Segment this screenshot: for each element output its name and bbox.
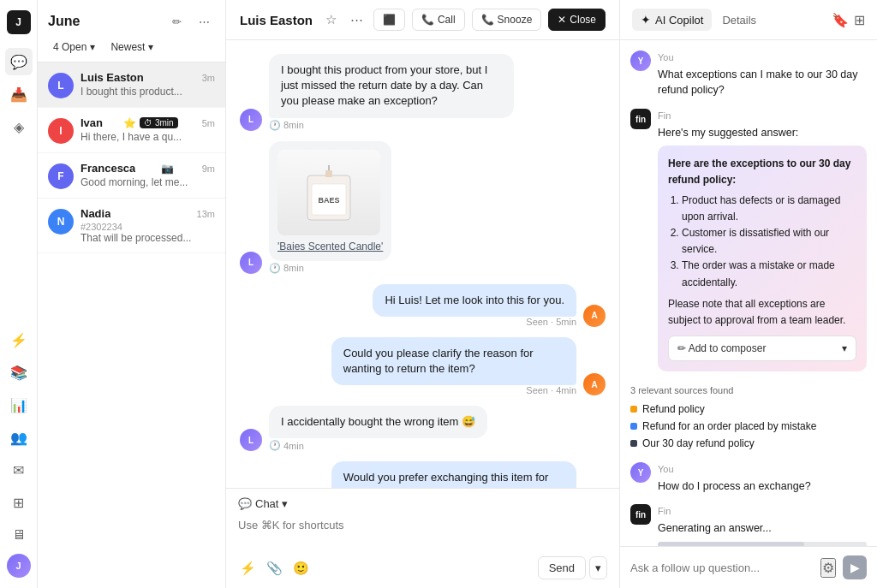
layout-icon[interactable]: ⊞: [854, 12, 865, 28]
sidebar-item-grid[interactable]: ⊞: [5, 489, 33, 516]
response-item: The order was a mistake or made accident…: [682, 258, 856, 290]
star-button[interactable]: ☆: [322, 9, 340, 31]
chevron-down-icon: ▾: [148, 41, 153, 53]
more-button[interactable]: ⋯: [347, 9, 367, 31]
source-dot-icon: [630, 406, 637, 413]
star-icon: ⭐: [123, 117, 136, 129]
fin-generating: Generating an answer...: [658, 520, 867, 537]
snooze-button[interactable]: 📞 Snooze: [472, 9, 542, 31]
message-input[interactable]: [238, 517, 607, 548]
screen-share-icon: ⬛: [383, 14, 396, 26]
svg-rect-3: [325, 170, 332, 177]
close-icon: ✕: [558, 14, 566, 26]
conversation-item-ivan[interactable]: I Ivan ⭐ ⏱ 3min 5m Hi there, I have a qu…: [38, 108, 225, 153]
sidebar-item-chat[interactable]: 💬: [5, 48, 33, 75]
message-item-out3: Would you prefer exchanging this item fo…: [331, 461, 606, 488]
ai-message-you1: Y You What exceptions can I make to our …: [630, 50, 867, 98]
sort-filter[interactable]: Newest ▾: [105, 39, 158, 55]
message-time: 🕐 8min: [269, 263, 391, 274]
avatar: N: [48, 209, 74, 235]
sidebar-item-chart[interactable]: 📊: [5, 391, 33, 419]
chat-header: Luis Easton ☆ ⋯ ⬛ 📞 Call 📞 Snooze ✕ Clos…: [226, 0, 619, 40]
convo-time: 9m: [202, 163, 215, 174]
message-avatar: L: [240, 252, 262, 274]
conversation-item-luis[interactable]: L Luis Easton 3m I bought this product..…: [38, 62, 225, 108]
you-avatar: Y: [630, 462, 651, 483]
ai-panel-tabs: ✦ AI Copilot Details: [632, 9, 765, 31]
avatar: I: [48, 118, 74, 144]
emoji-icon[interactable]: 🙂: [291, 559, 311, 578]
source-text: Refund policy: [642, 403, 705, 415]
source-dot-icon: [630, 440, 637, 447]
convo-id: #2302234: [81, 222, 215, 232]
send-button[interactable]: Send: [538, 556, 586, 579]
message-item-image: L BAES 'Baies Scented Candle': [240, 141, 514, 274]
chat-type-selector[interactable]: 💬 Chat ▾: [238, 497, 288, 510]
sidebar-item-mail[interactable]: ✉: [5, 456, 33, 484]
ai-send-button[interactable]: ▶: [843, 555, 867, 579]
product-link[interactable]: 'Baies Scented Candle': [277, 241, 383, 252]
sidebar-item-lightning[interactable]: ⚡: [5, 326, 33, 353]
compose-icon[interactable]: ✏: [165, 10, 188, 33]
response-item: Customer is dissatisfied with our servic…: [682, 225, 856, 258]
agent-avatar: A: [583, 373, 606, 395]
you-label: You: [658, 462, 867, 477]
ai-follow-input[interactable]: [630, 561, 814, 574]
sidebar-item-inbox[interactable]: 📥: [5, 80, 33, 108]
message-bubble-out: Would you prefer exchanging this item fo…: [331, 461, 576, 488]
ai-message-you2: Y You How do I process an exchange?: [630, 462, 867, 494]
attachment-icon[interactable]: 📎: [265, 559, 284, 578]
sidebar-item-nav[interactable]: ◈: [5, 113, 33, 140]
conversation-item-francesca[interactable]: F Francesca 📷 9m Good morning, let me...: [38, 153, 225, 199]
sidebar-item-monitor[interactable]: 🖥: [5, 521, 33, 549]
response-item: Product has defects or is damaged upon a…: [682, 193, 856, 225]
sidebar-item-book[interactable]: 📚: [5, 359, 33, 386]
convo-time: 3m: [202, 73, 215, 83]
screen-share-button[interactable]: ⬛: [373, 9, 405, 31]
conversation-list: L Luis Easton 3m I bought this product..…: [38, 62, 225, 588]
user-avatar[interactable]: J: [7, 554, 31, 578]
message-avatar: L: [240, 429, 262, 451]
tab-details[interactable]: Details: [713, 9, 765, 31]
fin-avatar: fin: [630, 109, 651, 129]
sparkle-icon: ✦: [641, 13, 651, 27]
tab-details-label: Details: [722, 14, 756, 27]
app-title: June: [48, 14, 80, 29]
source-item[interactable]: Our 30 day refund policy: [630, 435, 867, 452]
chat-messages: L I bought this product from your store,…: [226, 40, 619, 488]
add-to-composer-button[interactable]: ✏ Add to composer ▾: [668, 336, 856, 361]
response-list: Product has defects or is damaged upon a…: [682, 193, 856, 291]
convo-preview: I bought this product...: [81, 86, 215, 98]
tab-ai-copilot[interactable]: ✦ AI Copilot: [632, 9, 712, 31]
contact-name: Luis Easton: [81, 71, 144, 84]
chevron-down-icon: ▾: [842, 342, 847, 354]
chat-contact-name: Luis Easton: [240, 13, 313, 27]
conversation-item-nadia[interactable]: N Nadia 13m #2302234 That will be proces…: [38, 199, 225, 253]
image-badge-icon: 📷: [161, 163, 174, 175]
send-dropdown-button[interactable]: ▾: [589, 556, 607, 579]
open-filter[interactable]: 4 Open ▾: [48, 39, 100, 55]
lightning-input-icon[interactable]: ⚡: [238, 559, 258, 578]
sources-label: 3 relevant sources found: [630, 385, 867, 395]
convo-time: 5m: [202, 118, 215, 128]
more-options-icon[interactable]: ⋯: [193, 10, 215, 33]
clock-icon: 🕐: [269, 263, 281, 274]
source-item[interactable]: Refund for an order placed by mistake: [630, 418, 867, 435]
you-label: You: [658, 50, 867, 65]
clock-icon: 🕐: [269, 440, 281, 451]
ai-messages: Y You What exceptions can I make to our …: [620, 40, 877, 546]
fin-intro: Here's my suggested answer:: [658, 125, 867, 141]
message-avatar: L: [240, 109, 262, 131]
sidebar-item-team[interactable]: 👥: [5, 424, 33, 451]
ai-panel: ✦ AI Copilot Details 🔖 ⊞ Y You What exce…: [620, 0, 877, 588]
message-time: 🕐 4min: [269, 440, 487, 451]
response-note: Please note that all exceptions are subj…: [668, 296, 856, 329]
response-title: Here are the exceptions to our 30 day re…: [668, 157, 850, 186]
bookmark-icon[interactable]: 🔖: [832, 12, 849, 28]
close-button[interactable]: ✕ Close: [548, 9, 606, 31]
ai-settings-icon[interactable]: ⚙: [820, 558, 836, 578]
call-button[interactable]: 📞 Call: [412, 9, 465, 31]
source-item[interactable]: Refund policy: [630, 401, 867, 418]
source-text: Our 30 day refund policy: [642, 437, 755, 449]
sidebar: J 💬 📥 ◈ ⚡ 📚 📊 👥 ✉ ⊞ 🖥 J: [0, 0, 38, 588]
